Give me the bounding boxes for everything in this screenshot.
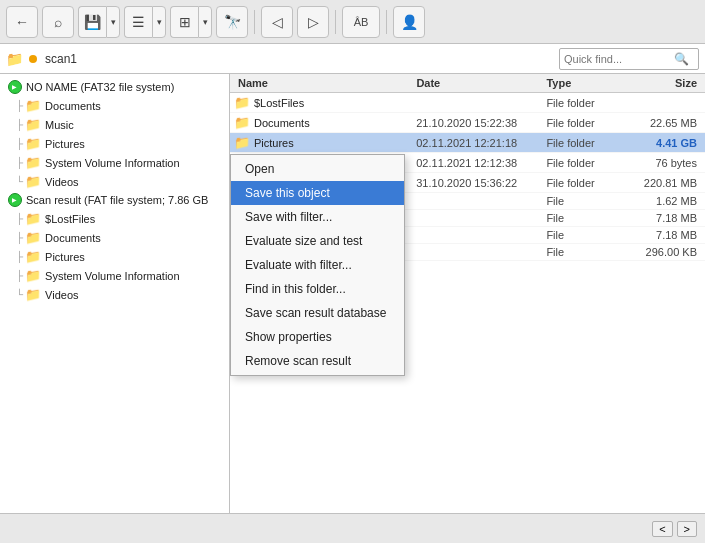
ctx-remove[interactable]: Remove scan result — [231, 349, 404, 373]
save-dropdown-button[interactable]: ▾ — [106, 6, 120, 38]
table-row[interactable]: 📁 $LostFiles File folder — [230, 93, 705, 113]
toolbar: ← ⌕ 💾 ▾ ☰ ▾ ⊞ ▾ 🔭 ◁ ▷ ÂB 👤 — [0, 0, 705, 44]
ctx-evaluate-filter[interactable]: Evaluate with filter... — [231, 253, 404, 277]
folder-icon: 📁 — [25, 98, 41, 113]
folder-icon: 📁 — [25, 287, 41, 302]
status-bar: < > — [0, 513, 705, 543]
next-button[interactable]: ▷ — [297, 6, 329, 38]
tree-item-music[interactable]: ├ 📁 Music — [0, 115, 229, 134]
folder-icon: 📁 — [25, 136, 41, 151]
ctx-save-filter[interactable]: Save with filter... — [231, 205, 404, 229]
file-date-cell: 02.11.2021 12:21:18 — [416, 137, 546, 149]
tree-item-sysvolinfo-2[interactable]: ├ 📁 System Volume Information — [0, 266, 229, 285]
file-size-cell: 76 bytes — [630, 157, 705, 169]
scan-status-icon — [8, 193, 22, 207]
file-size-cell: 296.00 KB — [630, 246, 705, 258]
ctx-evaluate[interactable]: Evaluate size and test — [231, 229, 404, 253]
folder-icon: 📁 — [25, 117, 41, 132]
file-type-cell: File folder — [546, 97, 630, 109]
tree-item-sysvolinfo-1[interactable]: ├ 📁 System Volume Information — [0, 153, 229, 172]
profile-button[interactable]: 👤 — [393, 6, 425, 38]
file-type-cell: File folder — [546, 177, 630, 189]
ctx-save[interactable]: Save this object — [231, 181, 404, 205]
status-nav: < > — [652, 521, 697, 537]
sep2 — [335, 10, 336, 34]
file-size-cell: 7.18 MB — [630, 229, 705, 241]
file-size-cell: 22.65 MB — [630, 117, 705, 129]
sep3 — [386, 10, 387, 34]
folder-icon: 📁 — [25, 249, 41, 264]
main-area: NO NAME (FAT32 file system) ├ 📁 Document… — [0, 74, 705, 513]
search-box[interactable]: 🔍 — [559, 48, 699, 70]
folder-icon: 📁 — [234, 95, 250, 110]
status-dot — [29, 55, 37, 63]
grid-dropdown-button[interactable]: ▾ — [198, 6, 212, 38]
view-button[interactable]: ☰ — [124, 6, 152, 38]
file-name-cell: 📁 $LostFiles — [230, 95, 416, 110]
view-dropdown-button[interactable]: ▾ — [152, 6, 166, 38]
view-split: ☰ ▾ — [124, 6, 166, 38]
file-date-cell: 21.10.2020 15:22:38 — [416, 117, 546, 129]
col-size-header[interactable]: Size — [630, 77, 705, 89]
tree-item-pictures-1[interactable]: ├ 📁 Pictures — [0, 134, 229, 153]
save-button[interactable]: 💾 — [78, 6, 106, 38]
file-type-cell: File folder — [546, 117, 630, 129]
folder-icon: 📁 — [25, 211, 41, 226]
ctx-find[interactable]: Find in this folder... — [231, 277, 404, 301]
address-bar: 📁 scan1 🔍 — [0, 44, 705, 74]
search-icon[interactable]: 🔍 — [674, 52, 689, 66]
sep1 — [254, 10, 255, 34]
table-row[interactable]: 📁 Documents 21.10.2020 15:22:38 File fol… — [230, 113, 705, 133]
right-panel: Name Date Type Size 📁 $LostFiles File fo… — [230, 74, 705, 513]
col-date-header[interactable]: Date — [416, 77, 546, 89]
table-row[interactable]: 📁 Pictures 02.11.2021 12:21:18 File fold… — [230, 133, 705, 153]
folder-icon: 📁 — [6, 51, 23, 67]
tree-item-videos-1[interactable]: └ 📁 Videos — [0, 172, 229, 191]
tree-item-videos-2[interactable]: └ 📁 Videos — [0, 285, 229, 304]
left-panel: NO NAME (FAT32 file system) ├ 📁 Document… — [0, 74, 230, 513]
column-headers: Name Date Type Size — [230, 74, 705, 93]
drive-status-icon — [8, 80, 22, 94]
tree-item-scan-result[interactable]: Scan result (FAT file system; 7.86 GB — [0, 191, 229, 209]
folder-icon: 📁 — [25, 268, 41, 283]
ctx-open[interactable]: Open — [231, 157, 404, 181]
ab-button[interactable]: ÂB — [342, 6, 380, 38]
search-input[interactable] — [564, 53, 674, 65]
file-type-cell: File folder — [546, 157, 630, 169]
file-type-cell: File — [546, 229, 630, 241]
folder-icon: 📁 — [25, 174, 41, 189]
prev-button[interactable]: ◁ — [261, 6, 293, 38]
folder-icon: 📁 — [25, 230, 41, 245]
nav-prev-button[interactable]: < — [652, 521, 672, 537]
grid-button[interactable]: ⊞ — [170, 6, 198, 38]
address-text: scan1 — [45, 52, 553, 66]
tree-item-pictures-2[interactable]: ├ 📁 Pictures — [0, 247, 229, 266]
file-name-cell: 📁 Documents — [230, 115, 416, 130]
file-type-cell: File — [546, 212, 630, 224]
folder-icon: 📁 — [234, 135, 250, 150]
folder-icon: 📁 — [234, 115, 250, 130]
context-menu: Open Save this object Save with filter..… — [230, 154, 405, 376]
tree-item-documents-1[interactable]: ├ 📁 Documents — [0, 96, 229, 115]
file-name-cell: 📁 Pictures — [230, 135, 416, 150]
col-name-header[interactable]: Name — [230, 77, 416, 89]
col-type-header[interactable]: Type — [546, 77, 630, 89]
file-size-cell: 220.81 MB — [630, 177, 705, 189]
file-date-cell: 31.10.2020 15:36:22 — [416, 177, 546, 189]
folder-icon: 📁 — [25, 155, 41, 170]
back-button[interactable]: ← — [6, 6, 38, 38]
ctx-save-scan[interactable]: Save scan result database — [231, 301, 404, 325]
tree-item-lostfiles[interactable]: ├ 📁 $LostFiles — [0, 209, 229, 228]
file-type-cell: File folder — [546, 137, 630, 149]
file-type-cell: File — [546, 195, 630, 207]
binoculars-button[interactable]: 🔭 — [216, 6, 248, 38]
tree-item-documents-2[interactable]: ├ 📁 Documents — [0, 228, 229, 247]
search-button[interactable]: ⌕ — [42, 6, 74, 38]
file-type-cell: File — [546, 246, 630, 258]
file-size-cell: 4.41 GB — [630, 137, 705, 149]
tree-item-no-name-drive[interactable]: NO NAME (FAT32 file system) — [0, 78, 229, 96]
nav-next-button[interactable]: > — [677, 521, 697, 537]
file-date-cell: 02.11.2021 12:12:38 — [416, 157, 546, 169]
ctx-properties[interactable]: Show properties — [231, 325, 404, 349]
save-split: 💾 ▾ — [78, 6, 120, 38]
